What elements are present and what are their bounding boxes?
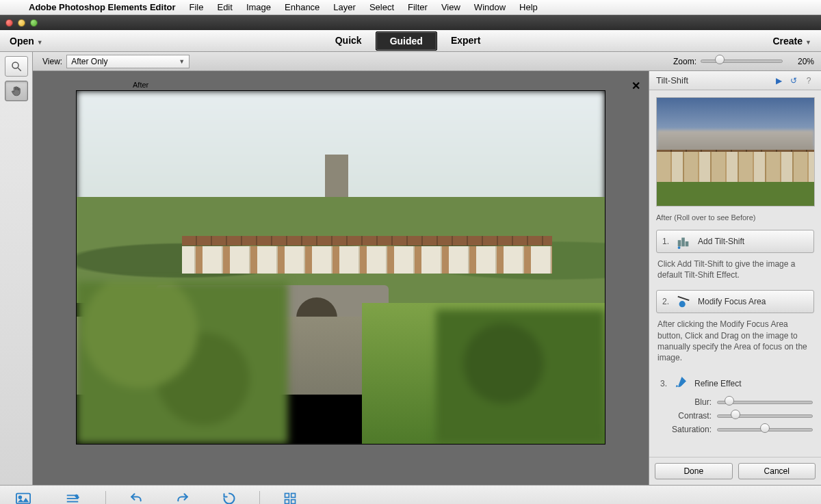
- step1-description: Click Add Tilt-Shift to give the image a…: [649, 256, 821, 287]
- mac-menubar: Adobe Photoshop Elements Editor File Edi…: [0, 0, 821, 15]
- step3-number: 3.: [660, 379, 667, 388]
- refine-effect-heading: 3. Refine Effect: [656, 371, 814, 395]
- panel-title: Tilt-Shift: [656, 75, 688, 85]
- left-toolbox: [0, 52, 33, 485]
- menu-view[interactable]: View: [434, 2, 467, 12]
- svg-rect-14: [291, 493, 295, 497]
- tab-guided[interactable]: Guided: [376, 31, 437, 51]
- rotate-icon: [222, 491, 237, 505]
- rotate-button[interactable]: Rotate: [213, 491, 246, 505]
- app-title[interactable]: Adobe Photoshop Elements Editor: [22, 2, 183, 12]
- tool-options-icon: [65, 491, 80, 505]
- reset-icon[interactable]: ↺: [788, 75, 799, 86]
- focus-area-icon: [676, 294, 691, 309]
- minimize-window-icon[interactable]: [18, 19, 25, 27]
- svg-rect-4: [686, 241, 689, 246]
- menu-select[interactable]: Select: [363, 2, 401, 12]
- step1-number: 1.: [662, 237, 669, 246]
- photo-bin-button[interactable]: Photo Bin: [7, 491, 40, 505]
- menu-window[interactable]: Window: [467, 2, 512, 12]
- svg-rect-15: [285, 499, 289, 503]
- menu-file[interactable]: File: [183, 2, 211, 12]
- preview-thumbnail[interactable]: [656, 97, 815, 207]
- cancel-button[interactable]: Cancel: [738, 463, 816, 479]
- tool-options-button[interactable]: Tool Options: [53, 491, 92, 505]
- guided-panel: Tilt-Shift ▶ ↺ ? After (Roll over to see…: [649, 71, 821, 485]
- brush-icon: [674, 375, 688, 391]
- blur-label: Blur:: [664, 397, 712, 407]
- step2-number: 2.: [662, 297, 669, 306]
- canvas-area: After ✕: [33, 71, 649, 485]
- menu-enhance[interactable]: Enhance: [278, 2, 326, 12]
- canvas-caption: After: [133, 81, 148, 89]
- preview-caption: After (Roll over to see Before): [649, 213, 821, 227]
- svg-rect-2: [678, 240, 681, 246]
- zoom-label: Zoom:: [673, 57, 696, 66]
- step2-label: Modify Focus Area: [698, 297, 766, 306]
- redo-button[interactable]: Redo: [166, 491, 199, 505]
- hand-icon: [10, 85, 23, 97]
- close-document-button[interactable]: ✕: [631, 79, 640, 92]
- window-titlebar: [0, 15, 821, 30]
- contrast-label: Contrast:: [664, 411, 712, 421]
- bottom-taskbar: Photo Bin Tool Options Undo Redo Rotate …: [0, 485, 821, 504]
- create-button[interactable]: Create▼: [772, 36, 811, 47]
- hand-tool-button[interactable]: [5, 81, 28, 101]
- undo-icon: [129, 491, 144, 505]
- svg-point-9: [19, 496, 22, 499]
- zoom-tool-button[interactable]: [5, 56, 28, 77]
- svg-line-1: [18, 68, 21, 71]
- document-canvas[interactable]: [76, 90, 605, 445]
- image-content: [77, 91, 605, 444]
- saturation-slider[interactable]: [717, 428, 813, 432]
- blur-slider[interactable]: [717, 401, 813, 404]
- zoom-slider[interactable]: [701, 59, 783, 63]
- step2-description: After clicking the Modify Focus Area but…: [649, 316, 821, 370]
- close-window-icon[interactable]: [5, 19, 13, 27]
- help-icon[interactable]: ?: [803, 75, 814, 86]
- view-select[interactable]: After Only ▼: [66, 55, 190, 68]
- svg-rect-3: [681, 238, 685, 247]
- options-bar: View: After Only ▼ Zoom: 20%: [33, 52, 821, 71]
- panel-header: Tilt-Shift ▶ ↺ ?: [649, 71, 821, 90]
- redo-icon: [175, 491, 190, 505]
- undo-button[interactable]: Undo: [120, 491, 153, 505]
- app-toolbar: Open▼ Quick Guided Expert Create▼: [0, 30, 821, 52]
- chevron-down-icon: ▼: [179, 58, 185, 65]
- svg-rect-13: [285, 493, 289, 497]
- done-button[interactable]: Done: [655, 463, 733, 479]
- view-label: View:: [42, 57, 62, 66]
- menu-help[interactable]: Help: [512, 2, 545, 12]
- add-tilt-shift-button[interactable]: 1. Add Tilt-Shift: [656, 230, 814, 253]
- menu-edit[interactable]: Edit: [210, 2, 239, 12]
- step1-label: Add Tilt-Shift: [698, 237, 744, 246]
- svg-point-7: [680, 302, 685, 306]
- separator: [105, 491, 106, 505]
- open-button[interactable]: Open▼: [10, 36, 43, 47]
- zoom-value: 20%: [788, 57, 814, 66]
- modify-focus-area-button[interactable]: 2. Modify Focus Area: [656, 290, 814, 313]
- contrast-slider[interactable]: [717, 414, 813, 418]
- zoom-window-icon[interactable]: [30, 19, 38, 27]
- chevron-down-icon: ▼: [37, 39, 43, 46]
- step3-label: Refine Effect: [694, 379, 741, 388]
- photo-bin-icon: [16, 491, 31, 505]
- svg-point-0: [12, 62, 18, 68]
- organizer-button[interactable]: Organizer: [274, 491, 307, 505]
- menu-image[interactable]: Image: [239, 2, 278, 12]
- play-icon[interactable]: ▶: [773, 75, 784, 86]
- editor-mode-tabs: Quick Guided Expert: [322, 31, 495, 51]
- chevron-down-icon: ▼: [805, 39, 811, 46]
- tab-expert[interactable]: Expert: [437, 31, 495, 51]
- view-select-value: After Only: [71, 57, 107, 66]
- svg-line-6: [678, 297, 690, 301]
- svg-point-5: [678, 246, 681, 249]
- buildings-icon: [676, 234, 691, 249]
- organizer-icon: [283, 491, 297, 505]
- menu-layer[interactable]: Layer: [326, 2, 363, 12]
- svg-rect-16: [291, 499, 295, 503]
- menu-filter[interactable]: Filter: [401, 2, 434, 12]
- saturation-label: Saturation:: [664, 425, 712, 434]
- tab-quick[interactable]: Quick: [322, 31, 376, 51]
- magnifier-icon: [10, 60, 23, 72]
